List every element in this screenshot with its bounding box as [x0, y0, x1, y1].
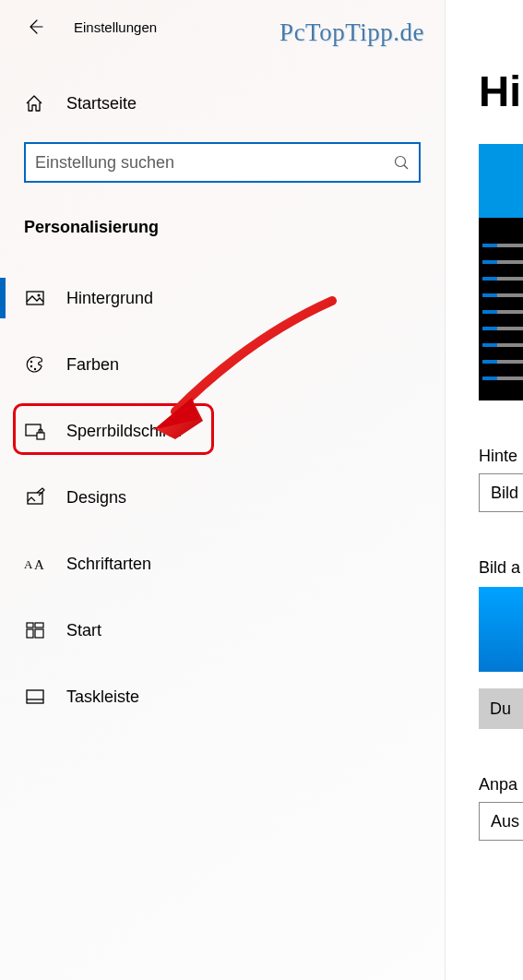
- svg-point-4: [30, 361, 32, 363]
- svg-rect-2: [27, 292, 43, 305]
- browse-label: Du: [490, 699, 511, 719]
- nav-item-designs[interactable]: Designs: [24, 475, 421, 520]
- nav-item-taskleiste[interactable]: Taskleiste: [24, 675, 421, 719]
- nav-item-label: Designs: [66, 488, 126, 508]
- content-pane: Hin Hinte Bild Bild a Du Anpa Aus: [445, 0, 523, 980]
- search-icon: [393, 154, 410, 171]
- background-preview: [479, 144, 523, 400]
- nav-item-label: Hintergrund: [66, 289, 153, 308]
- designs-icon: [24, 487, 46, 508]
- page-title: Hin: [479, 66, 523, 116]
- dropdown-value: Bild: [491, 484, 518, 503]
- image-select-label: Bild a: [479, 558, 523, 578]
- svg-text:A: A: [24, 557, 33, 571]
- image-icon: [24, 288, 46, 308]
- nav-item-start[interactable]: Start: [24, 608, 421, 652]
- nav-home[interactable]: Startseite: [24, 81, 421, 125]
- search-box[interactable]: [24, 142, 421, 183]
- nav-item-label: Schriftarten: [66, 555, 151, 574]
- nav-item-label: Taskleiste: [66, 687, 139, 707]
- nav-item-schriftarten[interactable]: A A Schriftarten: [24, 542, 421, 586]
- svg-point-3: [38, 294, 41, 297]
- fit-label: Anpa: [479, 775, 523, 795]
- search-input[interactable]: [35, 153, 393, 173]
- fonts-icon: A A: [24, 554, 46, 574]
- palette-icon: [24, 354, 46, 375]
- svg-rect-15: [35, 629, 43, 638]
- svg-rect-8: [37, 433, 44, 439]
- svg-line-1: [404, 165, 408, 169]
- back-arrow-icon: [26, 18, 44, 36]
- nav-item-farben[interactable]: Farben: [24, 342, 421, 387]
- back-button[interactable]: [15, 6, 55, 47]
- svg-rect-12: [27, 623, 33, 627]
- nav-item-label: Farben: [66, 355, 119, 375]
- fit-dropdown[interactable]: Aus: [479, 802, 523, 841]
- nav-item-label: Sperrbildschirm: [66, 422, 182, 441]
- start-icon: [24, 620, 46, 640]
- svg-point-6: [34, 368, 36, 370]
- svg-text:A: A: [34, 557, 44, 572]
- nav-item-sperrbildschirm[interactable]: Sperrbildschirm: [24, 409, 421, 453]
- section-title: Personalisierung: [24, 218, 421, 237]
- home-icon: [24, 93, 46, 114]
- svg-rect-14: [27, 629, 33, 638]
- svg-rect-13: [35, 623, 43, 627]
- taskbar-icon: [24, 687, 46, 707]
- lockscreen-icon: [24, 421, 46, 441]
- nav-list: Hintergrund Farben: [24, 276, 421, 719]
- nav-home-label: Startseite: [66, 94, 137, 114]
- watermark-text: PcTopTipp.de: [279, 18, 424, 47]
- image-thumbnail[interactable]: [479, 587, 523, 672]
- dropdown-value: Aus: [491, 812, 519, 831]
- browse-button[interactable]: Du: [479, 688, 523, 729]
- svg-point-5: [30, 365, 32, 367]
- dropdown-label: Hinte: [479, 447, 523, 466]
- header-title: Einstellungen: [74, 19, 157, 35]
- background-dropdown[interactable]: Bild: [479, 473, 523, 512]
- nav-item-hintergrund[interactable]: Hintergrund: [24, 276, 421, 320]
- svg-point-0: [396, 157, 406, 167]
- svg-rect-16: [27, 690, 43, 703]
- nav-item-label: Start: [66, 621, 101, 640]
- active-indicator: [0, 278, 6, 318]
